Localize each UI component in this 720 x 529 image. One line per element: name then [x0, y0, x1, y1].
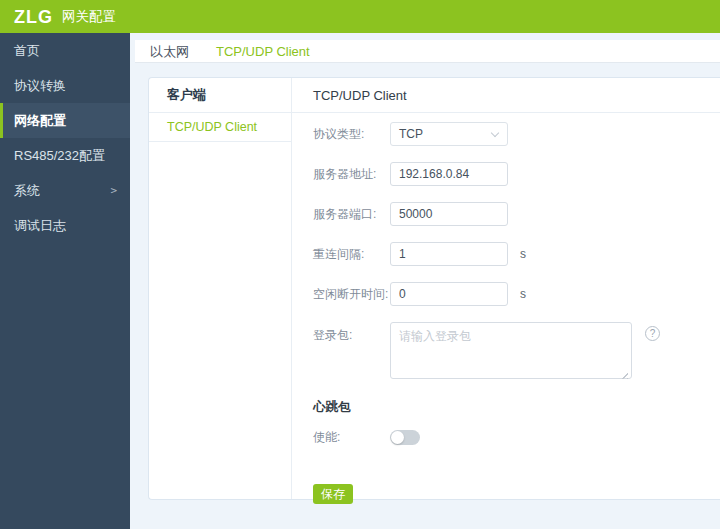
login-packet-label: 登录包:: [313, 322, 390, 344]
main-content: 以太网 TCP/UDP Client 客户端 TCP/UDP Client TC…: [130, 33, 720, 529]
reconnect-interval-unit: s: [520, 247, 526, 261]
enable-toggle[interactable]: [390, 430, 420, 445]
reconnect-interval-label: 重连间隔:: [313, 246, 390, 263]
zlg-logo: ZLG: [14, 8, 53, 26]
sidebar-item-system[interactable]: 系统 >: [0, 173, 130, 208]
enable-row: 使能:: [313, 429, 720, 446]
login-packet-textarea-wrap: [390, 322, 632, 383]
config-panel: 客户端 TCP/UDP Client TCP/UDP Client 协议类型: …: [148, 77, 720, 500]
client-section-header: 客户端: [149, 78, 292, 112]
submenu-arrow-icon: >: [110, 173, 117, 208]
idle-disconnect-label: 空闲断开时间:: [313, 286, 390, 303]
login-packet-textarea[interactable]: [390, 322, 632, 379]
sidebar-item-rs485-232-config[interactable]: RS485/232配置: [0, 138, 130, 173]
sidebar-nav: 首页 协议转换 网络配置 RS485/232配置 系统 > 调试日志: [0, 33, 130, 529]
client-list-item-tcp-udp[interactable]: TCP/UDP Client: [149, 113, 291, 142]
server-port-label: 服务器端口:: [313, 206, 390, 223]
tab-ethernet[interactable]: 以太网: [150, 40, 189, 63]
idle-disconnect-input[interactable]: [390, 282, 508, 306]
sidebar-item-debug-log[interactable]: 调试日志: [0, 208, 130, 243]
server-port-row: 服务器端口:: [313, 202, 720, 226]
protocol-type-label: 协议类型:: [313, 126, 390, 143]
sidebar-item-home[interactable]: 首页: [0, 33, 130, 68]
save-button[interactable]: 保存: [313, 484, 353, 504]
sidebar-item-label: 系统: [14, 183, 40, 198]
protocol-type-select[interactable]: TCP: [390, 122, 508, 146]
login-packet-row: 登录包: ?: [313, 322, 720, 383]
settings-form: 协议类型: TCP 服务器地址: 服务器端口: 重连间隔:: [292, 113, 720, 499]
panel-body: TCP/UDP Client 协议类型: TCP 服务器地址: 服务器端口:: [149, 113, 720, 499]
tab-tcp-udp-client[interactable]: TCP/UDP Client: [216, 40, 310, 63]
server-address-label: 服务器地址:: [313, 166, 390, 183]
panel-header: 客户端 TCP/UDP Client: [149, 78, 720, 113]
sidebar-item-protocol-conversion[interactable]: 协议转换: [0, 68, 130, 103]
reconnect-interval-row: 重连间隔: s: [313, 242, 720, 266]
app-title: 网关配置: [62, 10, 116, 24]
protocol-type-value: TCP: [399, 127, 423, 141]
page-title: TCP/UDP Client: [292, 78, 407, 112]
help-icon[interactable]: ?: [645, 326, 660, 341]
server-address-input[interactable]: [390, 162, 508, 186]
chevron-down-icon: [491, 129, 499, 137]
server-port-input[interactable]: [390, 202, 508, 226]
tab-bar: 以太网 TCP/UDP Client: [135, 40, 720, 63]
sidebar-item-network-config[interactable]: 网络配置: [0, 103, 130, 138]
protocol-type-row: 协议类型: TCP: [313, 122, 720, 146]
idle-disconnect-unit: s: [520, 287, 526, 301]
toggle-knob: [391, 431, 404, 444]
enable-label: 使能:: [313, 429, 390, 446]
heartbeat-section-title: 心跳包: [313, 399, 720, 416]
reconnect-interval-input[interactable]: [390, 242, 508, 266]
top-header-bar: ZLG 网关配置: [0, 0, 720, 33]
server-address-row: 服务器地址:: [313, 162, 720, 186]
idle-disconnect-row: 空闲断开时间: s: [313, 282, 720, 306]
client-list: TCP/UDP Client: [149, 113, 292, 499]
